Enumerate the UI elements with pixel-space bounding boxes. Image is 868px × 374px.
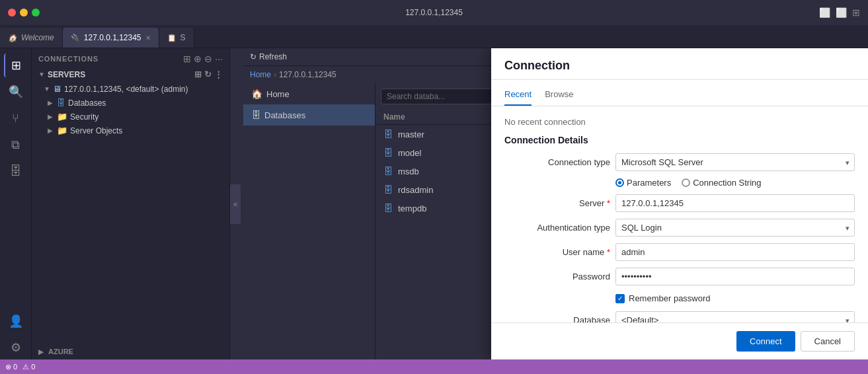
password-row: Password <box>504 268 855 285</box>
warning-count: 0 <box>31 363 35 371</box>
nav-item-home[interactable]: 🏠 Home <box>243 83 375 104</box>
window-controls[interactable] <box>0 9 40 17</box>
radio-connection-string[interactable]: Connection String <box>682 178 761 188</box>
refresh-icon: ↻ <box>250 52 256 61</box>
connect-button[interactable]: Connect <box>736 331 795 352</box>
status-bar: ⊗ 0 ⚠ 0 <box>0 359 868 374</box>
azure-chevron-icon: ▶ <box>38 348 44 355</box>
db-item-icon: 🗄 <box>383 166 393 176</box>
server-chevron-icon: ▼ <box>44 85 50 93</box>
connection-type-select[interactable]: Microsoft SQL Server PostgreSQL MySQL <box>615 153 855 171</box>
connection-dialog: Connection Recent Browse No recent conne… <box>491 48 868 359</box>
servers-chevron-icon[interactable]: ▼ <box>38 71 45 78</box>
remember-password-row: ✓ Remember password <box>504 292 855 305</box>
tab-close-icon[interactable]: ✕ <box>145 34 151 42</box>
sidebar-item-settings[interactable]: ⚙ <box>4 336 28 359</box>
databases-label: Databases <box>68 98 106 108</box>
new-connection-icon[interactable]: ⊞ <box>183 54 191 64</box>
auth-type-select[interactable]: SQL Login Windows Authentication <box>615 219 855 237</box>
connect-icon[interactable]: ⊕ <box>194 54 202 64</box>
servers-section-label: ▼ SERVERS ⊞ ↻ ⋮ <box>32 67 229 82</box>
auth-type-row: Authentication type SQL Login Windows Au… <box>504 219 855 237</box>
tab-welcome[interactable]: 🏠 Welcome <box>0 28 63 48</box>
minimize-button[interactable] <box>20 9 28 17</box>
connection-details-title: Connection Details <box>504 135 855 145</box>
username-label: User name * <box>504 247 610 257</box>
sidebar-item-source-control[interactable]: ⑂ <box>4 106 28 130</box>
tab-welcome-label: Welcome <box>21 33 54 42</box>
database-icon: 🗄 <box>10 165 22 178</box>
explorer-icon: ⊞ <box>11 58 21 73</box>
status-warnings[interactable]: ⚠ 0 <box>22 363 35 371</box>
tree-item-security[interactable]: ▶ 📁 Security <box>32 110 229 124</box>
nav-item-databases[interactable]: 🗄 Databases <box>243 104 375 126</box>
sidebar-item-search[interactable]: 🔍 <box>4 80 28 104</box>
security-icon: 📁 <box>57 112 67 122</box>
server-more-icon[interactable]: ⋮ <box>214 69 223 79</box>
tab-other[interactable]: 📋 S <box>159 28 194 48</box>
security-chevron-icon: ▶ <box>48 113 54 120</box>
db-item-icon: 🗄 <box>383 129 393 139</box>
db-item-icon: 🗄 <box>383 203 393 213</box>
dialog-tabs: Recent Browse <box>491 80 868 106</box>
azure-label: AZURE <box>48 348 73 355</box>
radio-group: Parameters Connection String <box>615 178 855 188</box>
database-row: Database <Default> master model msdb ▾ <box>504 311 855 322</box>
tree-item-databases[interactable]: ▶ 🗄 Databases <box>32 96 229 110</box>
db-item-label: master <box>398 130 424 139</box>
sidebar-item-extensions[interactable]: ⧉ <box>4 133 28 157</box>
database-select-wrapper: <Default> master model msdb ▾ <box>615 311 855 322</box>
connection-type-control: Microsoft SQL Server PostgreSQL MySQL ▾ <box>615 153 855 171</box>
more-actions-icon[interactable]: ··· <box>215 54 223 64</box>
server-node[interactable]: ▼ 🖥 127.0.0.1,12345, <default> (admin) <box>32 82 229 96</box>
nav-home-label: Home <box>266 89 290 99</box>
disconnect-icon[interactable]: ⊖ <box>204 54 212 64</box>
remember-password-checkbox[interactable]: ✓ <box>615 294 625 303</box>
server-objects-chevron-icon: ▶ <box>48 127 54 134</box>
new-server-icon[interactable]: ⊞ <box>194 69 202 79</box>
server-input[interactable] <box>615 194 855 212</box>
breadcrumb-home[interactable]: Home <box>250 70 271 79</box>
tab-connection[interactable]: 🔌 127.0.0.1,12345 ✕ <box>63 28 159 48</box>
explorer-header-actions: ⊞ ⊕ ⊖ ··· <box>183 54 223 64</box>
remember-password-checkbox-row: ✓ Remember password <box>615 292 711 305</box>
explorer-panel-title: Connections <box>38 55 99 63</box>
layout-icon[interactable]: ⊞ <box>852 7 860 18</box>
connection-type-row: Connection type Microsoft SQL Server Pos… <box>504 153 855 171</box>
db-item-label: rdsadmin <box>398 185 433 195</box>
azure-section-label[interactable]: ▶ AZURE <box>32 344 229 359</box>
refresh-server-icon[interactable]: ↻ <box>204 69 212 79</box>
sidebar-item-account[interactable]: 👤 <box>4 309 28 333</box>
database-select[interactable]: <Default> master model msdb <box>615 311 855 322</box>
content-area: « ↻ Refresh Home › 127.0.0.1,12345 <box>230 48 868 359</box>
panel-toggle-icon[interactable]: ⬜ <box>836 7 847 18</box>
databases-chevron-icon: ▶ <box>48 99 54 106</box>
server-required-indicator: * <box>607 198 610 208</box>
status-errors[interactable]: ⊗ 0 <box>5 363 17 371</box>
tree-item-server-objects[interactable]: ▶ 📁 Server Objects <box>32 124 229 137</box>
cancel-button[interactable]: Cancel <box>801 331 855 352</box>
search-icon: 🔍 <box>9 85 23 99</box>
dialog-tab-recent[interactable]: Recent <box>504 85 532 106</box>
sidebar-toggle-icon[interactable]: ⬜ <box>819 7 830 18</box>
error-icon: ⊗ <box>5 363 11 371</box>
password-input[interactable] <box>615 268 855 285</box>
maximize-button[interactable] <box>32 9 40 17</box>
radio-connection-string-icon <box>682 178 690 187</box>
close-button[interactable] <box>8 9 16 17</box>
db-item-icon: 🗄 <box>383 184 393 195</box>
radio-parameters[interactable]: Parameters <box>615 178 671 188</box>
dialog-tab-browse[interactable]: Browse <box>545 85 573 106</box>
refresh-label: Refresh <box>259 52 287 61</box>
sidebar-item-database[interactable]: 🗄 <box>4 159 28 183</box>
refresh-button[interactable]: ↻ Refresh <box>250 52 287 61</box>
warning-icon: ⚠ <box>22 363 29 371</box>
collapse-panel-button[interactable]: « <box>230 184 241 224</box>
database-label: Database <box>504 315 610 322</box>
extensions-icon: ⧉ <box>11 138 20 152</box>
welcome-tab-icon: 🏠 <box>8 34 17 42</box>
connection-type-label: Connection type <box>504 157 610 167</box>
username-input[interactable] <box>615 243 855 261</box>
server-control <box>615 194 855 212</box>
sidebar-item-explorer[interactable]: ⊞ <box>4 54 28 77</box>
